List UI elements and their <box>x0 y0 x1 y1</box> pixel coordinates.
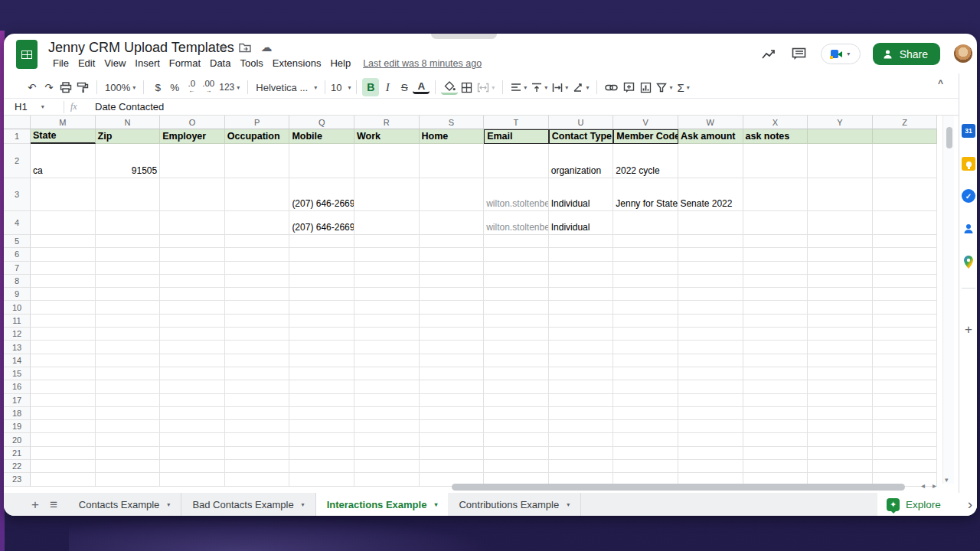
scroll-right-icon[interactable]: ▸ <box>933 481 936 490</box>
cell-Y5[interactable] <box>808 235 873 248</box>
cell-T21[interactable] <box>484 447 549 460</box>
italic-button[interactable]: I <box>379 78 396 96</box>
cell-P3[interactable] <box>225 178 290 211</box>
cell-P10[interactable] <box>225 301 290 314</box>
cell-Z4[interactable] <box>873 211 938 235</box>
tab-menu-icon[interactable]: ▾ <box>167 501 170 508</box>
row-header-19[interactable]: 19 <box>4 420 31 433</box>
cell-Q1[interactable]: Mobile <box>289 129 354 144</box>
cell-Q4[interactable]: (207) 646-2669 <box>289 211 354 235</box>
cell-Q15[interactable] <box>289 367 354 380</box>
cell-R6[interactable] <box>354 248 420 261</box>
cell-P13[interactable] <box>225 341 290 354</box>
cell-S10[interactable] <box>420 301 485 314</box>
cell-Y6[interactable] <box>808 248 873 261</box>
horizontal-scrollbar-thumb[interactable] <box>452 484 905 491</box>
percent-format-button[interactable]: % <box>166 78 183 96</box>
row-header-18[interactable]: 18 <box>4 407 31 420</box>
cell-T7[interactable] <box>484 262 549 275</box>
cell-T20[interactable] <box>484 433 549 446</box>
cell-U17[interactable] <box>549 394 614 407</box>
cell-S8[interactable] <box>420 275 485 288</box>
cell-W9[interactable] <box>678 288 743 301</box>
cell-U4[interactable]: Individual <box>549 211 614 235</box>
cell-X6[interactable] <box>743 248 808 261</box>
row-header-21[interactable]: 21 <box>4 447 31 460</box>
cell-X21[interactable] <box>743 447 808 460</box>
cell-V19[interactable] <box>613 420 678 433</box>
cell-M5[interactable] <box>31 235 96 248</box>
formula-input[interactable]: Date Contacted <box>95 101 164 112</box>
cell-Z22[interactable] <box>873 460 938 473</box>
row-header-20[interactable]: 20 <box>4 433 31 446</box>
cell-W7[interactable] <box>678 262 743 275</box>
cell-P17[interactable] <box>225 394 290 407</box>
column-header-S[interactable]: S <box>420 116 485 129</box>
cell-M13[interactable] <box>31 341 96 354</box>
cell-N16[interactable] <box>96 380 161 393</box>
cell-O20[interactable] <box>160 433 225 446</box>
cell-S22[interactable] <box>420 460 485 473</box>
row-header-17[interactable]: 17 <box>4 394 31 407</box>
cell-W8[interactable] <box>678 275 743 288</box>
cell-T4[interactable]: wilton.stoltenbe <box>484 211 549 235</box>
cell-Y16[interactable] <box>808 380 873 393</box>
column-header-Z[interactable]: Z <box>873 116 938 129</box>
meet-button[interactable]: ▾ <box>821 44 861 64</box>
cell-P23[interactable] <box>225 473 290 486</box>
tab-menu-icon[interactable]: ▾ <box>434 501 437 508</box>
cell-M23[interactable] <box>31 473 96 486</box>
tasks-icon[interactable]: ✓ <box>962 189 975 203</box>
cell-W16[interactable] <box>678 380 743 393</box>
collapse-toolbar-button[interactable]: ^ <box>938 78 943 89</box>
cell-O7[interactable] <box>160 262 225 275</box>
cell-N2[interactable]: 91505 <box>96 144 161 178</box>
cell-M15[interactable] <box>31 367 96 380</box>
cell-Q2[interactable] <box>289 144 354 178</box>
cell-Z15[interactable] <box>873 367 938 380</box>
cell-Q23[interactable] <box>289 473 354 486</box>
cell-V6[interactable] <box>613 248 678 261</box>
row-header-23[interactable]: 23 <box>4 473 31 486</box>
bold-button[interactable]: B <box>362 78 379 96</box>
cell-Z3[interactable] <box>873 178 938 211</box>
cell-R8[interactable] <box>354 275 420 288</box>
cell-R7[interactable] <box>354 262 420 275</box>
cell-V20[interactable] <box>613 433 678 446</box>
cell-W18[interactable] <box>678 407 743 420</box>
cell-O11[interactable] <box>160 315 225 328</box>
cell-W2[interactable] <box>678 144 743 178</box>
cell-Y4[interactable] <box>808 211 873 235</box>
cell-N13[interactable] <box>96 341 161 354</box>
undo-button[interactable]: ↶ <box>24 78 41 96</box>
cell-P7[interactable] <box>225 262 290 275</box>
cell-O5[interactable] <box>160 235 225 248</box>
cell-Q20[interactable] <box>289 433 354 446</box>
cell-Y3[interactable] <box>808 178 873 211</box>
row-header-14[interactable]: 14 <box>4 354 31 367</box>
column-header-R[interactable]: R <box>354 116 420 129</box>
all-sheets-button[interactable]: ≡ <box>50 498 57 511</box>
vertical-scrollbar-thumb[interactable] <box>946 127 952 148</box>
cell-N8[interactable] <box>96 275 161 288</box>
side-panel-expand-icon[interactable]: › <box>968 496 972 513</box>
cell-N18[interactable] <box>96 407 161 420</box>
cell-V18[interactable] <box>613 407 678 420</box>
cell-X2[interactable] <box>743 144 808 178</box>
sheet-tab-contributions-example[interactable]: Contributions Example▾ <box>448 493 581 516</box>
cell-Y15[interactable] <box>808 367 873 380</box>
column-header-Q[interactable]: Q <box>289 116 354 129</box>
decrease-decimal-button[interactable]: .0← <box>183 78 200 96</box>
select-all-corner[interactable] <box>4 116 31 129</box>
cell-S4[interactable] <box>420 211 485 235</box>
cell-R9[interactable] <box>354 288 420 301</box>
cell-N23[interactable] <box>96 473 161 486</box>
cell-U14[interactable] <box>549 354 614 367</box>
row-header-16[interactable]: 16 <box>4 380 31 393</box>
cell-N19[interactable] <box>96 420 161 433</box>
cell-N1[interactable]: Zip <box>96 129 161 144</box>
cell-O13[interactable] <box>160 341 225 354</box>
cell-Q17[interactable] <box>289 394 354 407</box>
insert-chart-button[interactable] <box>637 78 654 96</box>
cell-T16[interactable] <box>484 380 549 393</box>
